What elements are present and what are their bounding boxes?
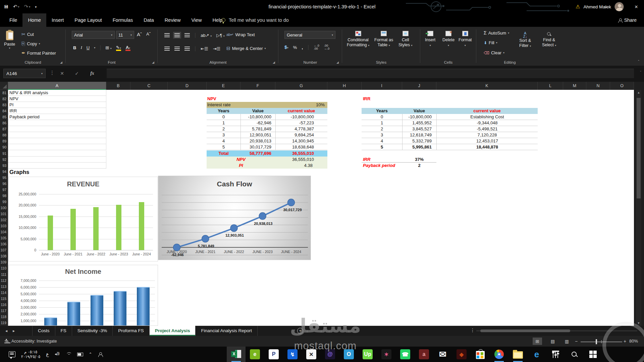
align-middle-button[interactable] xyxy=(174,33,180,37)
vertical-scrollbar[interactable]: ▲ ▼ xyxy=(636,90,641,326)
cell-A89[interactable] xyxy=(8,138,106,144)
decrease-indent-button[interactable]: ⇤☰ xyxy=(201,46,208,51)
column-header-O[interactable]: O xyxy=(610,82,634,90)
row-header-111[interactable]: 111 xyxy=(0,272,8,278)
language-indicator[interactable]: ع xyxy=(46,352,49,357)
zoom-out-button[interactable]: − xyxy=(575,339,578,344)
cell-A91[interactable] xyxy=(8,150,106,157)
net-income-chart[interactable]: Net Income1,000,0002,000,0003,000,0004,0… xyxy=(8,265,158,326)
underline-button[interactable]: U xyxy=(87,45,90,50)
row-header-82[interactable]: 82 xyxy=(0,96,8,102)
row-header-101[interactable]: 101 xyxy=(0,211,8,217)
hidden-icons-chevron[interactable]: ⌃ xyxy=(89,352,92,357)
menu-tab-page-layout[interactable]: Page Layout xyxy=(69,13,107,27)
next-sheet-arrow[interactable]: ▸ xyxy=(13,328,15,333)
row-header-94[interactable]: 94 xyxy=(0,169,8,175)
percent-style-button[interactable]: % xyxy=(293,45,297,50)
npv-interest-row[interactable]: Interest rate10% xyxy=(207,102,327,108)
row-header-86[interactable]: 86 xyxy=(0,120,8,126)
close-button[interactable]: ✕ xyxy=(629,0,644,13)
format-painter-button[interactable]: ✒ Format Painter xyxy=(21,50,56,56)
conditional-formatting-button[interactable]: ConditionalFormatting ▾ xyxy=(347,31,369,48)
sheet-area[interactable]: NPV & IRR analysisNPVPIIRRPayback period… xyxy=(8,90,634,326)
row-header-97[interactable]: 97 xyxy=(0,187,8,193)
taskbar-paypal[interactable]: P xyxy=(264,347,283,362)
cell-A83[interactable]: PI xyxy=(8,102,106,108)
menu-tab-home[interactable]: Home xyxy=(22,13,46,27)
taskbar-mail[interactable]: ✉ xyxy=(433,347,452,362)
format-cells-button[interactable]: Format▾ xyxy=(459,31,472,48)
italic-button[interactable]: I xyxy=(80,45,82,50)
taskbar-whatsapp[interactable]: ☎ xyxy=(396,347,415,362)
column-header-N[interactable]: N xyxy=(586,82,610,90)
row-header-99[interactable]: 99 xyxy=(0,199,8,205)
format-as-table-button[interactable]: Format asTable ▾ xyxy=(374,31,393,48)
cell-A92[interactable] xyxy=(8,157,106,163)
fill-color-button[interactable]: ✎▾ xyxy=(116,44,121,51)
menu-tab-insert[interactable]: Insert xyxy=(46,13,69,27)
row-header-96[interactable]: 96 xyxy=(0,181,8,187)
number-format-select[interactable]: General▾ xyxy=(284,31,335,39)
paste-button[interactable]: Paste ▾ xyxy=(4,31,15,50)
sheet-tab-sensitivity-3-[interactable]: Sensitivity -3% xyxy=(72,326,113,336)
people-icon[interactable] xyxy=(98,352,103,357)
taskbar-app-e[interactable]: e xyxy=(246,347,264,362)
horizontal-scroll-thumb[interactable] xyxy=(480,329,570,332)
comma-style-button[interactable]: , xyxy=(302,45,303,50)
font-color-button[interactable]: A▾ xyxy=(125,44,130,51)
column-header-D[interactable]: D xyxy=(168,82,207,90)
column-header-C[interactable]: C xyxy=(130,82,168,90)
bold-button[interactable]: B xyxy=(73,45,76,50)
vertical-scroll-thumb[interactable] xyxy=(637,98,641,198)
row-header-118[interactable]: 118 xyxy=(0,314,8,320)
row-header-115[interactable]: 115 xyxy=(0,296,8,302)
accessibility-status[interactable]: Accessibility: Investigate xyxy=(11,336,57,347)
borders-button[interactable]: ⊞ ▾ xyxy=(105,45,112,50)
cell-A88[interactable] xyxy=(8,132,106,138)
wifi-icon[interactable] xyxy=(66,352,71,356)
sheet-tab-costs[interactable]: Costs xyxy=(32,326,55,336)
row-header-85[interactable]: 85 xyxy=(0,114,8,120)
cell-A84[interactable]: IRR xyxy=(8,108,106,114)
clipboard-dialog-launcher[interactable]: ◢ xyxy=(60,61,62,64)
collapse-ribbon-button[interactable]: ˆ xyxy=(638,60,639,64)
maximize-button[interactable]: □ xyxy=(613,0,629,13)
cash-flow-chart[interactable]: Cash Flow-62,946JUNE - 20205,781,849JUNE… xyxy=(158,176,311,260)
menu-tab-data[interactable]: Data xyxy=(138,13,159,27)
column-header-I[interactable]: I xyxy=(362,82,402,90)
taskbar-file-explorer[interactable] xyxy=(508,347,527,362)
row-header-119[interactable]: 119 xyxy=(0,320,8,326)
row-header-91[interactable]: 91 xyxy=(0,150,8,157)
cell-A87[interactable] xyxy=(8,126,106,132)
zoom-level[interactable]: 80% xyxy=(629,336,638,347)
copy-button[interactable]: ⎘ Copy▾ xyxy=(21,41,40,47)
fill-button[interactable]: ⬇︎ Fill▾ xyxy=(484,40,497,45)
text-direction-button[interactable]: ▷¶ ▾ xyxy=(216,33,225,38)
row-header-81[interactable]: 81 xyxy=(0,90,8,96)
row-header-117[interactable]: 117 xyxy=(0,308,8,314)
row-header-100[interactable]: 100 xyxy=(0,205,8,211)
clear-button[interactable]: ⌫ Clear▾ xyxy=(484,50,504,55)
taskbar-edge[interactable]: e xyxy=(527,347,546,362)
tell-me-box[interactable]: Tell me what you want to do xyxy=(221,13,289,27)
taskbar-upwork[interactable]: Up xyxy=(358,347,377,362)
prev-sheet-arrow[interactable]: ◂ xyxy=(5,328,7,333)
sheet-tab-proforma-fs[interactable]: Proforma FS xyxy=(113,326,150,336)
column-header-J[interactable]: J xyxy=(402,82,436,90)
row-header-103[interactable]: 103 xyxy=(0,223,8,229)
row-header-105[interactable]: 105 xyxy=(0,235,8,241)
taskbar-app-o[interactable]: O xyxy=(339,347,358,362)
formula-input[interactable] xyxy=(107,69,634,78)
align-left-button[interactable] xyxy=(164,47,170,51)
cell-styles-button[interactable]: CellStyles ▾ xyxy=(398,31,413,48)
delete-cells-button[interactable]: ✕ Delete▾ xyxy=(442,31,454,48)
cell-A90[interactable] xyxy=(8,144,106,150)
taskbar-excel[interactable]: X xyxy=(227,347,246,362)
sheet-tab-financial-analysis-report[interactable]: Financial Analysis Report xyxy=(196,326,258,336)
row-header-112[interactable]: 112 xyxy=(0,278,8,284)
menu-tab-view[interactable]: View xyxy=(186,13,207,27)
row-header-92[interactable]: 92 xyxy=(0,157,8,163)
normal-view-button[interactable]: ⊞ xyxy=(533,338,542,345)
column-header-A[interactable]: A xyxy=(8,82,106,90)
zoom-in-button[interactable]: + xyxy=(624,339,626,344)
